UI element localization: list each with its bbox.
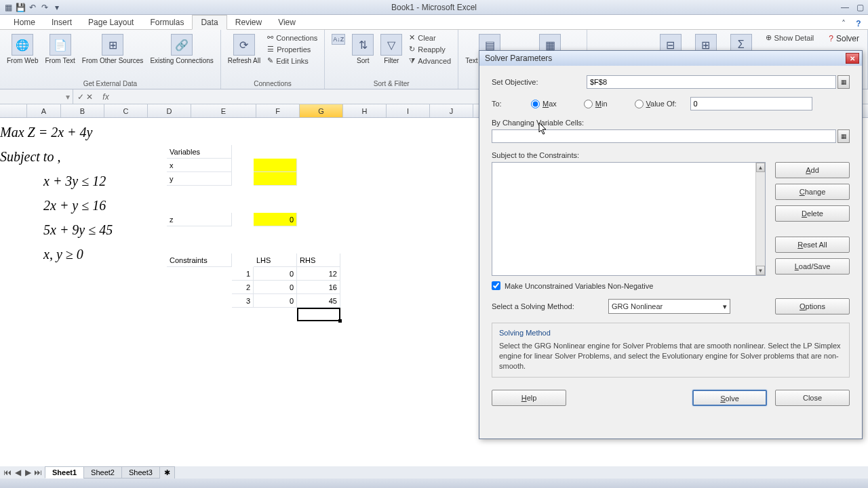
cell-rhs[interactable]: RHS [297, 253, 340, 267]
prev-sheet-icon[interactable]: ◀ [13, 468, 22, 477]
col-h[interactable]: H [343, 104, 387, 117]
from-web-button[interactable]: 🌐From Web [4, 33, 41, 66]
new-sheet-button[interactable]: ✱ [159, 466, 175, 479]
cell-x[interactable]: x [167, 159, 232, 172]
sheet-tab-3[interactable]: Sheet3 [121, 466, 160, 479]
solve-button[interactable]: Solve [692, 390, 767, 406]
minimize-icon[interactable]: — [840, 2, 850, 13]
clear-button[interactable]: ✕Clear [406, 33, 454, 43]
active-cell [297, 308, 340, 321]
reset-all-button[interactable]: Reset All [775, 237, 850, 253]
close-button[interactable]: Close [775, 390, 850, 406]
options-button[interactable]: Options [775, 298, 850, 314]
add-button[interactable]: Add [775, 162, 850, 178]
cell-lhs3[interactable]: 0 [254, 294, 297, 308]
sheet-tab-2[interactable]: Sheet2 [83, 466, 122, 479]
changing-range-button[interactable]: ▦ [837, 129, 850, 143]
cell-r1[interactable]: 1 [232, 267, 254, 281]
next-sheet-icon[interactable]: ▶ [23, 468, 33, 477]
cell-rhs1[interactable]: 12 [297, 267, 340, 281]
min-radio[interactable]: Min [584, 100, 608, 108]
name-box[interactable]: ▾ [0, 89, 73, 104]
objective-input[interactable] [587, 75, 836, 89]
cell-y-val[interactable] [254, 172, 297, 186]
help-icon[interactable]: ? [853, 18, 864, 29]
col-a[interactable]: A [27, 104, 61, 117]
cell-constraints[interactable]: Constraints [167, 253, 232, 267]
delete-button[interactable]: Delete [775, 205, 850, 222]
from-text-button[interactable]: 📄From Text [43, 33, 78, 66]
col-c[interactable]: C [104, 104, 148, 117]
qat-more-icon[interactable]: ▾ [52, 2, 62, 13]
col-g[interactable]: G [300, 104, 343, 117]
fill-handle[interactable] [338, 319, 342, 323]
col-b[interactable]: B [61, 104, 104, 117]
edit-links-button[interactable]: ✎Edit Links [264, 56, 320, 66]
max-radio[interactable]: Max [531, 100, 557, 108]
scroll-up-icon[interactable]: ▲ [756, 163, 765, 172]
cell-variables[interactable]: Variables [167, 145, 232, 159]
cell-y[interactable]: y [167, 172, 232, 186]
tab-data[interactable]: Data [192, 15, 226, 30]
tab-view[interactable]: View [270, 16, 304, 29]
changing-cells-input[interactable] [492, 129, 836, 143]
cell-r2[interactable]: 2 [232, 281, 254, 294]
tab-formulas[interactable]: Formulas [142, 16, 192, 29]
col-j[interactable]: J [430, 104, 473, 117]
value-of-input[interactable] [690, 97, 812, 110]
maximize-icon[interactable]: ▢ [854, 2, 865, 13]
cell-r3[interactable]: 3 [232, 294, 254, 308]
dialog-titlebar[interactable]: Solver Parameters ✕ [479, 51, 862, 66]
constraints-list[interactable]: ▲ ▼ [492, 162, 766, 276]
cell-lhs[interactable]: LHS [254, 253, 297, 267]
refresh-all-button[interactable]: ⟳Refresh All [225, 33, 263, 66]
reapply-button[interactable]: ↻Reapply [406, 44, 454, 54]
scroll-down-icon[interactable]: ▼ [756, 266, 765, 275]
help-button[interactable]: Help [492, 390, 566, 406]
tab-insert[interactable]: Insert [43, 16, 80, 29]
cell-z[interactable]: z [167, 213, 232, 226]
tab-home[interactable]: Home [5, 16, 43, 29]
cell-lhs1[interactable]: 0 [254, 267, 297, 281]
solver-button[interactable]: ?Solver [825, 33, 863, 45]
from-other-button[interactable]: ⊞From Other Sources [79, 33, 146, 66]
redo-icon[interactable]: ↷ [39, 2, 50, 13]
show-detail-button[interactable]: ⊕Show Detail [763, 33, 817, 43]
load-save-button[interactable]: Load/Save [775, 258, 850, 274]
change-button[interactable]: Change [775, 184, 850, 200]
fx-label[interactable]: fx [97, 92, 114, 102]
sort-az-button[interactable]: A↓Z [329, 33, 348, 46]
col-d[interactable]: D [148, 104, 191, 117]
method-value: GRG Nonlinear [612, 302, 663, 310]
excel-icon[interactable]: ▦ [3, 2, 14, 13]
sort-button[interactable]: ⇅Sort [349, 33, 376, 66]
sheet-tab-1[interactable]: Sheet1 [45, 466, 84, 479]
tab-page-layout[interactable]: Page Layout [80, 16, 142, 29]
cell-rhs2[interactable]: 16 [297, 281, 340, 294]
filter-button[interactable]: ▽Filter [378, 33, 405, 66]
undo-icon[interactable]: ↶ [27, 2, 38, 13]
connections-button[interactable]: ⚯Connections [264, 33, 320, 43]
close-icon[interactable]: ✕ [846, 53, 859, 64]
objective-range-button[interactable]: ▦ [837, 75, 850, 89]
col-f[interactable]: F [256, 104, 300, 117]
properties-button[interactable]: ☰Properties [264, 44, 320, 54]
first-sheet-icon[interactable]: ⏮ [3, 468, 12, 477]
advanced-button[interactable]: ⧩Advanced [406, 56, 454, 66]
nonneg-checkbox[interactable] [492, 281, 500, 290]
tab-review[interactable]: Review [227, 16, 270, 29]
save-icon[interactable]: 💾 [15, 2, 26, 13]
method-select[interactable]: GRG Nonlinear ▾ [608, 299, 730, 314]
col-i[interactable]: I [387, 104, 430, 117]
existing-connections-button[interactable]: 🔗Existing Connections [147, 33, 216, 66]
cell-x-val[interactable] [254, 159, 297, 172]
fx-button[interactable]: ✓ ✕ [73, 92, 97, 102]
last-sheet-icon[interactable]: ⏭ [33, 468, 43, 477]
cell-lhs2[interactable]: 0 [254, 281, 297, 294]
cell-rhs3[interactable]: 45 [297, 294, 340, 308]
select-all-cell[interactable] [0, 104, 27, 117]
minimize-ribbon-icon[interactable]: ˄ [838, 18, 849, 29]
cell-z-val[interactable]: 0 [254, 213, 297, 226]
value-of-radio[interactable]: Value Of: [635, 100, 677, 108]
col-e[interactable]: E [191, 104, 256, 117]
